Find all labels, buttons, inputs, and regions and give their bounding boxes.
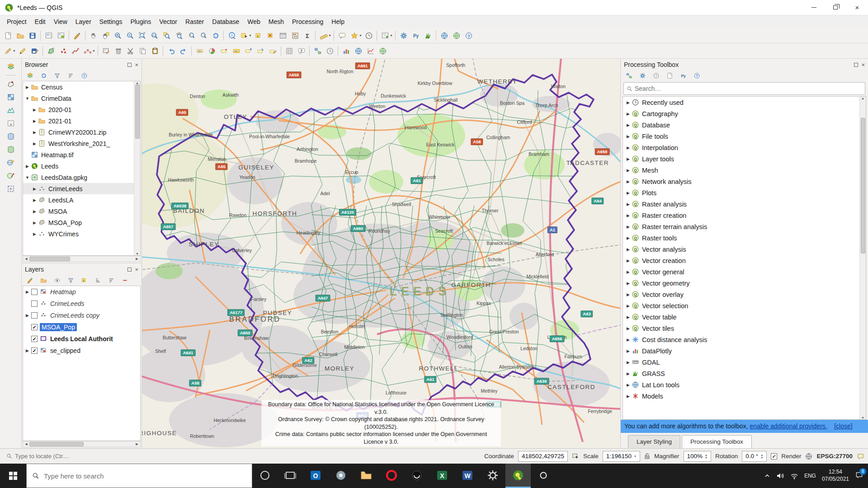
media-app-button[interactable] — [404, 464, 429, 488]
processing-group-raster-tools[interactable]: ▶QRaster tools — [623, 232, 866, 244]
expander-icon[interactable]: ▶ — [625, 202, 632, 206]
show-layout-manager-button[interactable] — [55, 29, 67, 42]
browser-item-2021-01[interactable]: ▶2021-01 — [23, 115, 140, 127]
modify-attributes-button[interactable] — [100, 45, 112, 57]
layer-item-crimeleeds-copy[interactable]: ▶CrimeLeeds copy — [23, 310, 140, 321]
menu-plugins[interactable]: Plugins — [126, 16, 155, 27]
qgis-app-button[interactable] — [505, 464, 531, 488]
processing-group-vector-general[interactable]: ▶QVector general — [623, 266, 866, 277]
taskbar-search[interactable] — [26, 464, 252, 488]
save-project-button[interactable] — [26, 29, 38, 42]
crs-icon[interactable] — [805, 453, 812, 460]
refresh-map-button[interactable] — [209, 29, 222, 42]
pan-map-to-selection-button[interactable] — [99, 29, 112, 42]
processing-group-gdal[interactable]: ▶GDALGDAL — [623, 357, 866, 368]
browser-item-msoa-pop[interactable]: ▶MSOA_Pop — [23, 217, 140, 228]
spinner-icon[interactable]: ▲▼ — [705, 454, 708, 459]
zoom-native-button[interactable]: 1:1 — [148, 29, 160, 42]
pan-map-button[interactable] — [87, 29, 99, 42]
processing-history-button-button[interactable] — [650, 70, 662, 82]
dataplotly-plot-button[interactable] — [340, 45, 352, 57]
layer-item-crimeleeds[interactable]: CrimeLeeds — [23, 298, 140, 310]
processing-group-cost-distance-analysis[interactable]: ▶Cost distance analysis — [623, 334, 866, 345]
layer-item-se-clipped[interactable]: ▶✓se_clipped — [23, 345, 140, 357]
browser-add-layers-button[interactable] — [24, 70, 36, 82]
redo-button[interactable] — [177, 45, 189, 57]
current-edits-dropdown-icon[interactable]: ▼ — [13, 49, 16, 52]
add-wms-layer-button[interactable] — [5, 156, 17, 169]
map-tips-button[interactable] — [336, 29, 348, 42]
expander-icon[interactable]: ▶ — [625, 394, 632, 399]
clock[interactable]: 12:54 07/05/2021 — [822, 469, 849, 483]
opera-app-button[interactable] — [379, 464, 404, 488]
filter-by-expression-button[interactable]: ε — [78, 274, 90, 286]
expander-icon[interactable]: ▶ — [625, 371, 632, 376]
tray-expand-icon[interactable] — [764, 473, 770, 479]
layer-visibility-checkbox[interactable]: ✓ — [31, 336, 38, 342]
qgis2web-button[interactable] — [352, 45, 364, 57]
browser-collapse-all-button[interactable] — [65, 70, 77, 82]
vertex-tool-button[interactable] — [81, 45, 94, 57]
browser-item-heatmap-tif[interactable]: Heatmap.tif — [23, 149, 140, 160]
add-wfs-layer-button[interactable] — [5, 169, 17, 182]
locate-input[interactable] — [15, 453, 83, 460]
processing-group-vector-geometry[interactable]: ▶QVector geometry — [623, 277, 866, 289]
style-manager-button[interactable] — [71, 29, 83, 42]
menu-settings[interactable]: Settings — [95, 16, 127, 27]
help-contents-button[interactable]: ? — [462, 29, 475, 42]
expander-icon[interactable]: ▼ — [24, 175, 31, 180]
scroll-left-icon[interactable]: ◀ — [23, 442, 29, 446]
zoom-full-button[interactable] — [136, 29, 148, 42]
browser-vscrollbar[interactable]: ▲ ▼ — [134, 81, 140, 255]
add-virtual-layer-button[interactable] — [5, 183, 17, 195]
expander-icon[interactable]: ▶ — [24, 290, 31, 294]
processing-group-vector-creation[interactable]: ▶QVector creation — [623, 255, 866, 266]
menu-project[interactable]: Project — [3, 16, 31, 27]
expander-icon[interactable]: ▶ — [625, 179, 632, 184]
processing-results-button-button[interactable] — [664, 70, 676, 82]
taskbar-search-input[interactable] — [44, 472, 246, 480]
layer-visibility-checkbox[interactable] — [31, 312, 38, 319]
minimize-button[interactable] — [803, 0, 825, 15]
menu-view[interactable]: View — [50, 16, 71, 27]
language-indicator[interactable]: ENG — [804, 473, 816, 479]
expander-icon[interactable]: ▶ — [31, 232, 38, 236]
zoom-last-button[interactable] — [185, 29, 197, 42]
open-data-source-manager-button[interactable] — [5, 61, 17, 73]
toggle-editing-button[interactable] — [16, 45, 28, 57]
processing-vscrollbar[interactable]: ▲ ▼ — [859, 97, 866, 419]
browser-properties-button[interactable]: ? — [78, 70, 90, 82]
processing-group-vector-table[interactable]: ▶QVector table — [623, 311, 866, 323]
browser-item-crimeleeds[interactable]: ▶CrimeLeeds — [23, 183, 140, 194]
processing-group-vector-tiles[interactable]: ▶QVector tiles — [623, 323, 866, 334]
grass-tools-button[interactable] — [422, 29, 434, 42]
spinner-icon[interactable]: ▲▼ — [760, 454, 763, 459]
expander-icon[interactable]: ▶ — [24, 164, 31, 169]
expander-icon[interactable]: ▶ — [31, 119, 38, 123]
cortana-app-button[interactable] — [252, 464, 278, 488]
browser-item-wycrimes[interactable]: ▶WYCrimes — [23, 228, 140, 239]
copy-features-button[interactable] — [137, 45, 149, 57]
text-annotation-button[interactable]: T — [295, 45, 307, 57]
processing-group-interpolation[interactable]: ▶QInterpolation — [623, 142, 866, 153]
task-view-button-button[interactable] — [278, 464, 303, 488]
layers-hscrollbar[interactable]: ◀ ▶ — [23, 441, 141, 447]
expander-icon[interactable]: ▶ — [625, 383, 632, 387]
statistical-summary-button[interactable]: Σ — [301, 29, 313, 42]
new-map-view-button[interactable] — [379, 29, 391, 42]
processing-group-grass[interactable]: ▶GRASS — [623, 368, 866, 379]
extents-toggle-icon[interactable] — [572, 453, 579, 460]
rotate-label-button[interactable] — [255, 45, 267, 57]
notice-close-link[interactable]: [close] — [834, 422, 852, 430]
expander-icon[interactable]: ▶ — [625, 292, 632, 297]
browser-item-crimewy202001-zip[interactable]: ▶CrimeWY202001.zip — [23, 127, 140, 138]
map-canvas[interactable]: LEEDSBRADFORDOTLEYGUISELEYBAILDONSHIPLEY… — [142, 59, 620, 448]
expander-icon[interactable]: ▶ — [625, 258, 632, 263]
menu-raster[interactable]: Raster — [181, 16, 208, 27]
processing-r-button-button[interactable]: Py — [677, 70, 689, 82]
processing-group-raster-terrain-analysis[interactable]: ▶QRaster terrain analysis — [623, 221, 866, 232]
new-project-button[interactable] — [2, 29, 14, 42]
network-icon[interactable] — [790, 473, 798, 479]
processing-group-lat-lon-tools[interactable]: ▶Lat Lon tools — [623, 379, 866, 390]
vertex-tool-dropdown-icon[interactable]: ▼ — [92, 49, 96, 52]
